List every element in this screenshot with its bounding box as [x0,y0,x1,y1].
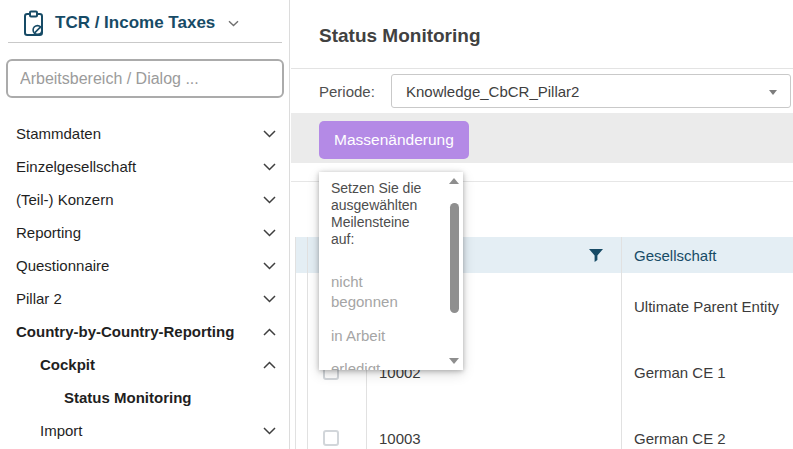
chevron-down-icon [263,229,276,237]
sidebar-item-label: Cockpit [40,356,95,373]
row-spacer [296,273,308,339]
clipboard-cancel-icon [22,10,46,37]
sidebar-item-label: Stammdaten [16,125,101,142]
sidebar-item-label: Einzelgesellschaft [16,158,136,175]
sidebar-item-country-by-country-reporting[interactable]: Country-by-Country-Reporting [0,315,289,348]
sidebar-item-label: Reporting [16,224,81,241]
chevron-up-icon [263,361,276,369]
mass-change-button[interactable]: Massenänderung [319,121,469,159]
periode-select-value: Knowledge_CbCR_Pillar2 [406,83,579,100]
chevron-up-icon [263,328,276,336]
sidebar-item-label: Questionnaire [16,257,109,274]
sidebar-item-pillar-2[interactable]: Pillar 2 [0,282,289,315]
sidebar: TCR / Income Taxes Stammdaten Einzelgese… [0,0,290,449]
row-gesellschaft: German CE 2 [622,405,793,449]
dropdown-arrow-icon [769,90,777,95]
table-header-spacer [296,237,308,273]
app-title: TCR / Income Taxes [55,13,215,33]
sidebar-item-reporting[interactable]: Reporting [0,216,289,249]
sidebar-item-questionnaire[interactable]: Questionnaire [0,249,289,282]
app-window: TCR / Income Taxes Stammdaten Einzelgese… [0,0,793,449]
dropdown-option-in-arbeit[interactable]: in Arbeit [331,326,413,346]
app-switcher[interactable]: TCR / Income Taxes [22,8,239,38]
sidebar-item-label: Status Monitoring [64,389,192,406]
sidebar-item-status-monitoring[interactable]: Status Monitoring [0,381,289,414]
sidebar-divider [8,42,282,43]
scrollbar-thumb[interactable] [450,203,459,313]
dropdown-option-nicht-begonnen[interactable]: nicht begonnen [331,272,413,312]
dropdown-scrollbar[interactable] [448,177,460,365]
chevron-down-icon [263,130,276,138]
row-id: 10003 [367,405,622,449]
dropdown-prompt: Setzen Sie die ausgewählten Meilensteine… [331,180,429,248]
row-gesellschaft: Ultimate Parent Entity [622,273,793,339]
title-divider [291,68,793,69]
periode-select[interactable]: Knowledge_CbCR_Pillar2 [391,74,791,108]
periode-label: Periode: [319,83,375,100]
chevron-down-icon [263,163,276,171]
chevron-down-icon [263,196,276,204]
table-row[interactable]: 10003 German CE 2 [296,405,793,449]
sidebar-item-label: Country-by-Country-Reporting [16,323,234,340]
sidebar-item-import[interactable]: Import [0,414,289,447]
sidebar-item-cockpit[interactable]: Cockpit [0,348,289,381]
table-toolbar: Massenänderung [291,113,793,163]
sidebar-item-label: Pillar 2 [16,290,62,307]
scroll-up-icon[interactable] [449,178,459,184]
chevron-down-icon [228,20,239,27]
row-spacer [296,339,308,405]
sidebar-nav: Stammdaten Einzelgesellschaft (Teil-) Ko… [0,117,289,447]
chevron-down-icon [263,427,276,435]
main-content: Status Monitoring Periode: Knowledge_CbC… [291,0,793,449]
sidebar-item-label: Import [40,422,83,439]
row-spacer [296,405,308,449]
row-gesellschaft: German CE 1 [622,339,793,405]
sidebar-item-label: (Teil-) Konzern [16,191,114,208]
row-checkbox[interactable] [323,430,339,446]
sidebar-item-stammdaten[interactable]: Stammdaten [0,117,289,150]
chevron-down-icon [263,262,276,270]
chevron-down-icon [263,295,276,303]
sidebar-item-teil-konzern[interactable]: (Teil-) Konzern [0,183,289,216]
mass-change-dropdown: Setzen Sie die ausgewählten Meilensteine… [319,172,463,370]
table-header-gesellschaft: Gesellschaft [622,237,793,273]
row-checkbox-cell [308,405,367,449]
sidebar-item-einzelgesellschaft[interactable]: Einzelgesellschaft [0,150,289,183]
scroll-down-icon[interactable] [449,358,459,364]
search-input[interactable] [6,59,284,98]
page-title: Status Monitoring [319,25,480,47]
dropdown-option-erledigt[interactable]: erledigt [331,359,413,370]
filter-icon[interactable] [589,249,603,262]
